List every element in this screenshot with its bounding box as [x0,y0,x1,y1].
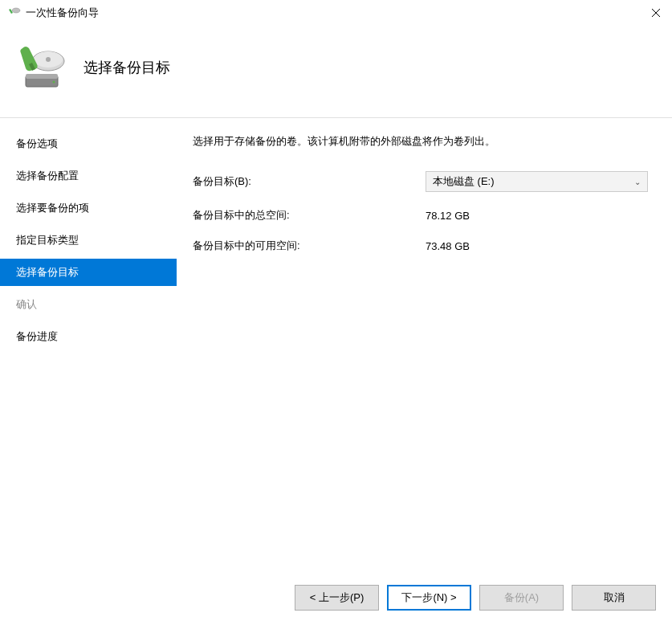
sidebar-item-target-type[interactable]: 指定目标类型 [0,227,177,254]
cancel-button[interactable]: 取消 [572,585,656,611]
svg-point-0 [12,8,20,13]
wizard-header: 选择备份目标 [0,26,672,118]
sidebar-item-select-target[interactable]: 选择备份目标 [0,259,177,286]
free-space-value: 73.48 GB [426,240,470,252]
total-space-label: 备份目标中的总空间: [193,208,426,223]
svg-point-8 [53,81,55,84]
target-dropdown[interactable]: 本地磁盘 (E:) ⌄ [426,171,648,192]
free-space-row: 备份目标中的可用空间: 73.48 GB [193,239,648,253]
titlebar: 一次性备份向导 [0,0,672,26]
instruction-text: 选择用于存储备份的卷。该计算机附带的外部磁盘将作为卷列出。 [193,134,648,149]
content-area: 备份选项 选择备份配置 选择要备份的项 指定目标类型 选择备份目标 确认 备份进… [0,118,672,569]
total-space-value: 78.12 GB [426,210,470,222]
total-space-row: 备份目标中的总空间: 78.12 GB [193,208,648,223]
free-space-label: 备份目标中的可用空间: [193,239,426,253]
backup-button: 备份(A) [479,585,564,611]
sidebar-item-progress[interactable]: 备份进度 [0,323,177,350]
next-button[interactable]: 下一步(N) > [387,585,471,611]
main-panel: 选择用于存储备份的卷。该计算机附带的外部磁盘将作为卷列出。 备份目标(B): 本… [177,118,672,569]
chevron-down-icon: ⌄ [634,178,641,186]
target-label: 备份目标(B): [193,174,426,189]
target-selected-value: 本地磁盘 (E:) [433,174,495,189]
button-bar: < 上一步(P) 下一步(N) > 备份(A) 取消 [295,585,656,611]
wizard-icon [8,6,21,19]
close-button[interactable] [648,5,664,21]
backup-disk-icon [16,42,67,93]
sidebar-item-select-items[interactable]: 选择要备份的项 [0,194,177,222]
sidebar-item-config[interactable]: 选择备份配置 [0,162,177,190]
sidebar-item-confirm: 确认 [0,291,177,318]
prev-button[interactable]: < 上一步(P) [295,585,379,611]
wizard-steps-sidebar: 备份选项 选择备份配置 选择要备份的项 指定目标类型 选择备份目标 确认 备份进… [0,118,177,569]
svg-point-5 [46,57,51,62]
page-title: 选择备份目标 [83,58,170,77]
window-title: 一次性备份向导 [26,6,99,20]
sidebar-item-backup-options[interactable]: 备份选项 [0,130,177,157]
svg-rect-7 [26,74,58,79]
target-row: 备份目标(B): 本地磁盘 (E:) ⌄ [193,171,648,192]
